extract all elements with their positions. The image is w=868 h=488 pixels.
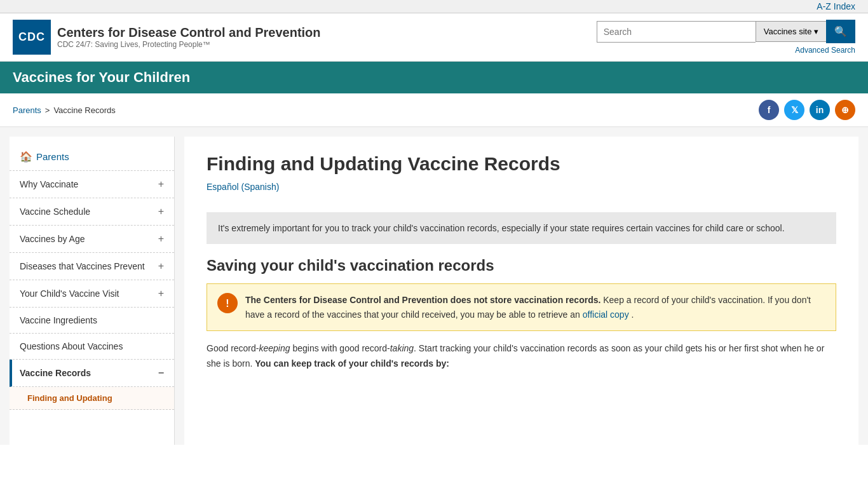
home-icon: 🏠 [20,151,32,163]
expand-icon: − [158,367,164,379]
search-row: Vaccines site ▾ 🔍 [597,20,855,43]
breadcrumb: Parents > Vaccine Records [13,105,116,115]
sidebar-item-vaccine-records[interactable]: Vaccine Records − [10,360,174,387]
expand-icon: + [158,261,164,272]
search-area: Vaccines site ▾ 🔍 Advanced Search [597,20,855,55]
breadcrumb-bar: Parents > Vaccine Records f 𝕏 in ⊕ [0,93,868,127]
breadcrumb-parent[interactable]: Parents [13,105,41,115]
expand-icon: + [158,206,164,217]
sidebar-home-label: Parents [36,151,69,162]
sidebar-subitem-label: Finding and Updating [27,393,112,403]
warning-box: ! The Centers for Disease Control and Pr… [207,283,836,331]
sidebar-home-link[interactable]: 🏠 Parents [10,143,174,171]
warning-icon: ! [217,293,238,313]
main-container: 🏠 Parents Why Vaccinate + Vaccine Schedu… [0,127,868,445]
header: CDC Centers for Disease Control and Prev… [0,13,868,62]
logo-text-area: Centers for Disease Control and Preventi… [57,25,321,49]
body-italic-2: taking [390,343,414,353]
search-button[interactable]: 🔍 [826,20,855,43]
body-italic-1: keeping [259,343,290,353]
sidebar-item-label: Vaccines by Age [20,234,85,244]
info-box-text: It's extremely important for you to trac… [218,223,785,233]
body-paragraph: Good record-keeping begins with good rec… [207,341,836,372]
sidebar-item-vaccine-schedule[interactable]: Vaccine Schedule + [10,198,174,226]
top-bar: A-Z Index [0,0,868,13]
advanced-search-link[interactable]: Advanced Search [795,46,855,55]
sidebar-item-label: Vaccine Schedule [20,207,90,217]
sidebar-subitem-finding-updating[interactable]: Finding and Updating [10,387,174,410]
twitter-icon[interactable]: 𝕏 [784,100,804,120]
section-title: Saving your child's vaccination records [207,257,836,274]
official-copy-link[interactable]: official copy [583,309,629,320]
nav-banner-title: Vaccines for Your Children [13,69,190,85]
site-subtitle: CDC 24/7: Saving Lives, Protecting Peopl… [57,40,321,49]
body-text-2: begins with good record- [290,343,390,353]
sidebar-item-label: Your Child's Vaccine Visit [20,288,119,299]
facebook-icon[interactable]: f [759,100,779,120]
breadcrumb-separator: > [45,105,50,115]
content-area: Finding and Updating Vaccine Records Esp… [184,137,858,445]
sidebar-item-vaccine-visit[interactable]: Your Child's Vaccine Visit + [10,280,174,308]
sidebar-item-label: Why Vaccinate [20,179,78,189]
sidebar-item-ingredients[interactable]: Vaccine Ingredients [10,308,174,334]
sidebar-item-why-vaccinate[interactable]: Why Vaccinate + [10,171,174,198]
linkedin-icon[interactable]: in [810,100,830,120]
warning-bold-text: The Centers for Disease Control and Prev… [245,295,600,305]
warning-end: . [632,309,634,320]
share-icon[interactable]: ⊕ [835,100,855,120]
search-scope-button[interactable]: Vaccines site ▾ [756,21,826,42]
body-text-1: Good record- [207,343,259,353]
logo-area: CDC Centers for Disease Control and Prev… [13,20,321,55]
social-icons: f 𝕏 in ⊕ [759,100,855,120]
az-index-link[interactable]: A-Z Index [817,1,855,11]
breadcrumb-current: Vaccine Records [53,105,115,115]
body-bold-text: You can keep track of your child's recor… [255,358,449,369]
warning-text-content: The Centers for Disease Control and Prev… [245,293,825,322]
sidebar: 🏠 Parents Why Vaccinate + Vaccine Schedu… [10,137,175,445]
cdc-logo: CDC [13,20,51,55]
nav-banner: Vaccines for Your Children [0,62,868,93]
page-title: Finding and Updating Vaccine Records [207,152,836,175]
sidebar-item-diseases[interactable]: Diseases that Vaccines Prevent + [10,253,174,280]
sidebar-item-label: Diseases that Vaccines Prevent [20,261,145,271]
site-title: Centers for Disease Control and Preventi… [57,25,321,40]
info-box: It's extremely important for you to trac… [207,212,836,244]
sidebar-item-questions[interactable]: Questions About Vaccines [10,334,174,360]
sidebar-item-vaccines-by-age[interactable]: Vaccines by Age + [10,226,174,253]
spanish-link[interactable]: Español (Spanish) [207,182,279,192]
search-input[interactable] [597,21,756,43]
sidebar-item-label: Vaccine Ingredients [20,315,97,325]
sidebar-item-label: Questions About Vaccines [20,341,123,351]
sidebar-item-label: Vaccine Records [20,368,91,378]
expand-icon: + [158,288,164,299]
expand-icon: + [158,233,164,245]
expand-icon: + [158,179,164,190]
